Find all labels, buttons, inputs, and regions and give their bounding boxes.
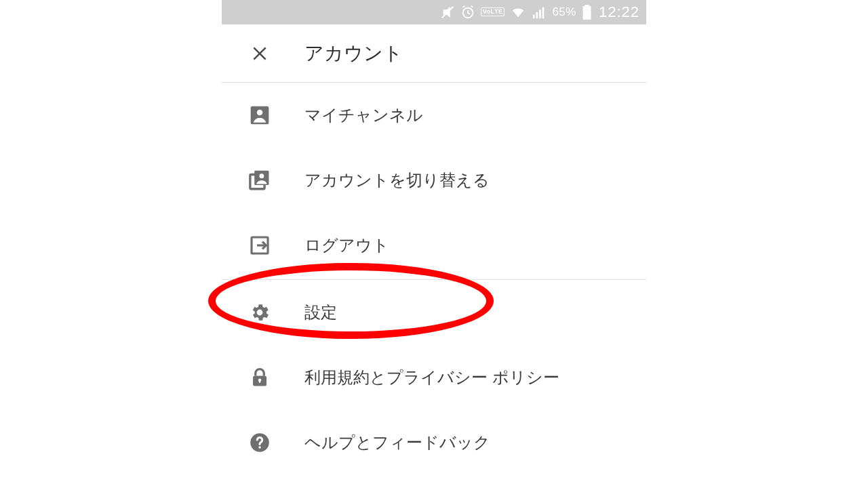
- mute-icon: [440, 5, 455, 20]
- person-icon: [246, 104, 273, 126]
- status-bar: VoLTE 65% 12:22: [222, 0, 646, 24]
- svg-point-9: [257, 110, 263, 116]
- menu-label: 利用規約とプライバシー ポリシー: [304, 367, 559, 388]
- menu-label: ヘルプとフィードバック: [304, 432, 490, 453]
- menu-list: マイチャンネル アカウントを切り替える ログアウト 設定 利用規約と: [222, 83, 646, 475]
- menu-item-help[interactable]: ヘルプとフィードバック: [222, 410, 646, 475]
- svg-rect-3: [536, 12, 538, 18]
- page-header: アカウント: [222, 24, 646, 83]
- logout-icon: [246, 235, 273, 256]
- wifi-icon: [510, 5, 526, 20]
- menu-label: 設定: [304, 302, 337, 323]
- menu-item-settings[interactable]: 設定: [222, 280, 646, 345]
- menu-label: アカウントを切り替える: [304, 169, 490, 191]
- help-icon: [246, 432, 273, 453]
- menu-item-switch-account[interactable]: アカウントを切り替える: [222, 148, 646, 213]
- volte-badge: VoLTE: [481, 7, 505, 16]
- menu-item-terms[interactable]: 利用規約とプライバシー ポリシー: [222, 345, 646, 410]
- menu-label: ログアウト: [304, 235, 389, 256]
- battery-percent: 65%: [552, 5, 576, 19]
- svg-point-19: [258, 446, 261, 449]
- gear-icon: [246, 302, 273, 323]
- menu-item-my-channel[interactable]: マイチャンネル: [222, 83, 646, 148]
- status-clock: 12:22: [599, 3, 639, 21]
- svg-rect-2: [533, 15, 535, 18]
- lock-icon: [246, 367, 273, 388]
- menu-label: マイチャンネル: [304, 104, 423, 126]
- svg-point-12: [259, 174, 264, 178]
- close-button[interactable]: [246, 45, 273, 62]
- battery-icon: [582, 5, 592, 20]
- signal-icon: [532, 5, 547, 20]
- menu-item-logout[interactable]: ログアウト: [222, 213, 646, 278]
- svg-rect-7: [583, 6, 591, 20]
- svg-rect-6: [585, 5, 589, 6]
- svg-rect-17: [259, 380, 260, 383]
- switch-account-icon: [246, 169, 273, 192]
- svg-rect-5: [542, 7, 545, 19]
- svg-point-14: [257, 310, 263, 316]
- phone-frame: VoLTE 65% 12:22 アカウント マイチャンネル ア: [222, 0, 646, 475]
- page-title: アカウント: [304, 41, 403, 66]
- alarm-icon: [460, 5, 475, 20]
- svg-rect-4: [539, 9, 541, 18]
